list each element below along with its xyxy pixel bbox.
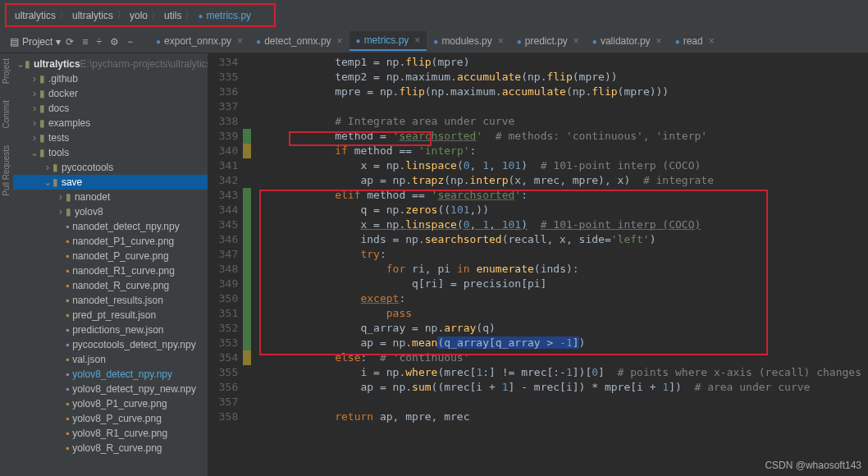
file-icon: ▪ [66, 368, 69, 380]
code-line[interactable]: # Integrate area under curve [258, 114, 861, 129]
code-line[interactable]: temp1 = np.flip(mpre) [258, 55, 861, 70]
breadcrumb-item[interactable]: ultralytics [72, 10, 113, 21]
project-tree[interactable]: ⌄▮ultralytics E:\pycharm-projects\ultral… [13, 53, 208, 476]
tree-folder[interactable]: ›▮nanodet [13, 190, 208, 204]
chevron-right-icon[interactable]: › [30, 73, 39, 85]
editor-tab[interactable]: detect_onnx.py× [249, 32, 349, 50]
code-line[interactable]: for ri, pi in enumerate(inds): [258, 262, 861, 277]
chevron-right-icon[interactable]: › [30, 117, 39, 129]
change-mark [243, 188, 251, 203]
project-tool-label[interactable]: ▤ Project ▾ [5, 34, 66, 49]
close-icon[interactable]: × [709, 35, 715, 47]
tree-file[interactable]: ▪nanodet_R1_curve.png [13, 263, 208, 278]
tree-file[interactable]: ▪yolov8_P_curve.png [13, 411, 208, 426]
code-line[interactable]: ap = np.trapz(np.interp(x, mrec, mpre), … [258, 173, 861, 188]
code-line[interactable]: method = 'searchsorted' # methods: 'cont… [258, 129, 861, 144]
editor-tab[interactable]: read× [669, 32, 721, 50]
code-line[interactable]: q = np.zeros((101,)) [258, 203, 861, 217]
code-line[interactable]: elif method == 'searchsorted': [258, 188, 861, 203]
editor-tab[interactable]: export_onnx.py× [149, 32, 249, 50]
tree-file[interactable]: ▪yolov8_R_curve.png [13, 441, 208, 455]
code-line[interactable]: q_array = np.array(q) [258, 321, 861, 336]
tree-file[interactable]: ▪nanodet_P_curve.png [13, 249, 208, 263]
code-editor[interactable]: 3343353363373383393403413423433443453463… [208, 53, 868, 476]
code-area[interactable]: temp1 = np.flip(mpre) temp2 = np.maximum… [251, 53, 868, 476]
line-number: 343 [208, 188, 238, 203]
toolbar-icon[interactable]: ÷ [96, 36, 102, 48]
tree-file[interactable]: ▪pred_pt_result.json [13, 308, 208, 323]
tree-file[interactable]: ▪val.json [13, 352, 208, 367]
editor-tab[interactable]: validator.py× [586, 32, 669, 50]
code-line[interactable]: ap = np.sum((mrec[i + 1] - mrec[i]) * mp… [258, 380, 861, 395]
close-icon[interactable]: × [337, 35, 343, 47]
side-tool-project[interactable]: Project [2, 58, 11, 84]
code-line[interactable]: pass [258, 306, 861, 321]
code-line[interactable]: x = np.linspace(0, 1, 101) # 101-point i… [258, 217, 861, 232]
tree-file[interactable]: ▪yolov8_detect_npy_new.npy [13, 382, 208, 396]
code-line[interactable]: try: [258, 247, 861, 262]
code-line[interactable] [258, 395, 861, 410]
code-line[interactable]: q[ri] = precision[pi] [258, 277, 861, 291]
close-icon[interactable]: × [237, 35, 243, 47]
toolbar-icon[interactable]: ⚙ [110, 36, 119, 48]
code-line[interactable]: except: [258, 291, 861, 306]
code-line[interactable]: temp2 = np.maximum.accumulate(np.flip(mp… [258, 70, 861, 85]
tree-folder[interactable]: ›▮docs [13, 101, 208, 116]
code-line[interactable]: return ap, mpre, mrec [258, 410, 861, 424]
tree-file[interactable]: ▪predictions_new.json [13, 323, 208, 337]
breadcrumb-item[interactable]: utils [164, 10, 181, 21]
chevron-right-icon[interactable]: › [43, 162, 53, 173]
tree-file[interactable]: ▪nanodet_R_curve.png [13, 278, 208, 293]
breadcrumb[interactable]: ultralytics〉ultralytics〉yolo〉utils〉 metr… [5, 3, 276, 27]
close-icon[interactable]: × [414, 34, 420, 46]
editor-tab[interactable]: predict.py× [510, 32, 586, 50]
tree-file[interactable]: ▪yolov8_R1_curve.png [13, 426, 208, 441]
tree-folder[interactable]: ⌄▮tools [13, 145, 208, 160]
chevron-right-icon[interactable]: › [30, 88, 39, 99]
side-tool-commit[interactable]: Commit [2, 100, 11, 128]
tree-folder[interactable]: ›▮.github [13, 71, 208, 86]
tree-folder[interactable]: ›▮docker [13, 86, 208, 101]
chevron-down-icon[interactable]: ⌄ [43, 176, 53, 188]
tree-folder[interactable]: ›▮pycocotools [13, 160, 208, 175]
change-mark [243, 395, 251, 410]
tree-root[interactable]: ⌄▮ultralytics E:\pycharm-projects\ultral… [13, 57, 208, 71]
editor-tab[interactable]: metrics.py× [349, 31, 427, 51]
code-line[interactable]: mpre = np.flip(np.maximum.accumulate(np.… [258, 85, 861, 99]
chevron-right-icon[interactable]: › [30, 103, 39, 114]
code-line[interactable]: ap = np.mean(q_array[q_array > -1]) [258, 336, 861, 350]
code-line[interactable]: if method == 'interp': [258, 144, 861, 158]
toolbar-icon[interactable]: − [127, 36, 133, 48]
tree-file[interactable]: ▪nanodet_P1_curve.png [13, 234, 208, 249]
left-tool-strip: ProjectCommitPull Requests [0, 53, 13, 476]
tree-file[interactable]: ▪nanodet_detect_npy.npy [13, 219, 208, 234]
close-icon[interactable]: × [498, 35, 504, 47]
tree-file[interactable]: ▪pycocotools_detect_npy.npy [13, 337, 208, 352]
side-tool-pull[interactable]: Pull Requests [2, 145, 11, 196]
code-line[interactable] [258, 99, 861, 114]
breadcrumb-item[interactable]: yolo [130, 10, 148, 21]
code-line[interactable]: i = np.where(mrec[1:] != mrec[:-1])[0] #… [258, 365, 861, 380]
close-icon[interactable]: × [656, 35, 662, 47]
chevron-down-icon[interactable]: ⌄ [30, 147, 39, 158]
tree-folder[interactable]: ›▮examples [13, 116, 208, 130]
toolbar-icon[interactable]: ≡ [82, 36, 88, 48]
close-icon[interactable]: × [573, 35, 579, 47]
tree-file[interactable]: ▪nanodet_results.json [13, 293, 208, 308]
code-line[interactable]: else: # 'continuous' [258, 350, 861, 365]
editor-tab[interactable]: modules.py× [427, 32, 509, 50]
breadcrumb-item[interactable]: ultralytics [15, 10, 56, 21]
code-line[interactable]: x = np.linspace(0, 1, 101) # 101-point i… [258, 158, 861, 173]
breadcrumb-item[interactable]: metrics.py [206, 10, 251, 21]
chevron-right-icon[interactable]: › [56, 206, 66, 217]
chevron-right-icon[interactable]: › [56, 191, 66, 203]
tree-folder[interactable]: ⌄▮save [13, 175, 208, 190]
tree-file[interactable]: ▪yolov8_P1_curve.png [13, 396, 208, 411]
chevron-right-icon[interactable]: › [30, 132, 39, 144]
tree-folder[interactable]: ›▮tests [13, 130, 208, 145]
tree-file[interactable]: ▪yolov8_detect_npy.npy [13, 367, 208, 382]
tree-folder[interactable]: ›▮yolov8 [13, 204, 208, 219]
chevron-down-icon[interactable]: ⌄ [16, 58, 25, 70]
toolbar-icon[interactable]: ⟳ [66, 36, 74, 48]
code-line[interactable]: inds = np.searchsorted(recall, x, side='… [258, 232, 861, 247]
